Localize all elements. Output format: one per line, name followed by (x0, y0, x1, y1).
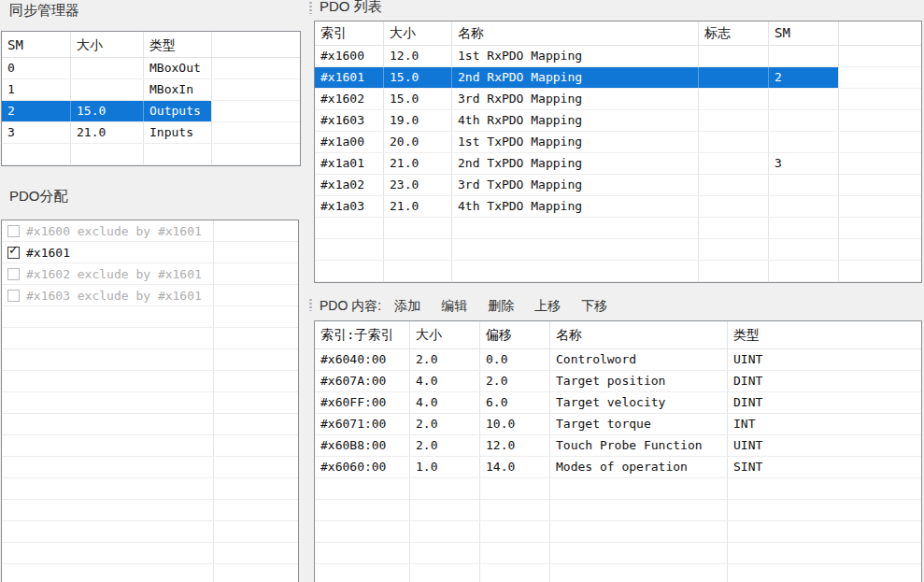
pdo-assign-item[interactable]: ✓ #x1601 (2, 242, 298, 263)
cell-name: Target torque (549, 414, 727, 434)
pdo-content-row[interactable]: #x607A:00 4.0 2.0 Target position DINT (315, 371, 921, 392)
cell-size: 23.0 (383, 175, 451, 195)
drag-grip-icon (309, 2, 312, 14)
pdo-list-row[interactable]: #x1603 19.0 4th RxPDO Mapping (315, 110, 921, 132)
cell-index-subindex: #x607A:00 (315, 371, 409, 391)
cell-sm (768, 175, 838, 195)
cell-name: Touch Probe Function (549, 435, 727, 456)
pdo-content-row[interactable]: #x6060:00 1.0 14.0 Modes of operation SI… (315, 457, 921, 478)
cell-offset: 12.0 (479, 435, 549, 456)
cell-sm (768, 46, 838, 66)
pdo-content-row[interactable]: #x6040:00 2.0 0.0 Controlword UINT (315, 349, 921, 371)
cell-size: 20.0 (383, 132, 451, 152)
cell-sm: 1 (2, 79, 70, 100)
pdo-content-actions: 添加编辑删除上移下移 (394, 298, 628, 313)
cell-sm: 2 (2, 101, 70, 121)
pdo-list-row[interactable]: #x1a01 21.0 2nd TxPDO Mapping 3 (315, 153, 921, 175)
empty-row (315, 564, 921, 582)
cell-index: #x1a00 (315, 132, 383, 152)
cell-type: DINT (727, 371, 921, 391)
cell-name: Target position (549, 371, 727, 391)
cell-name: 3rd RxPDO Mapping (451, 89, 698, 109)
cell-name: Controlword (549, 349, 727, 370)
toolbar-action-button[interactable]: 下移 (581, 297, 607, 314)
empty-row (2, 543, 298, 564)
sync-manager-row[interactable]: 0 MBoxOut (2, 58, 300, 79)
pdo-content-table: 索引:子索引 大小 偏移 名称 类型 #x6040:00 2.0 0.0 Con… (314, 320, 922, 582)
cell-sm (768, 196, 838, 217)
cell-sm (768, 110, 838, 131)
empty-row (2, 328, 298, 349)
pdo-list-row[interactable]: #x1a00 20.0 1st TxPDO Mapping (315, 132, 921, 153)
sync-manager-row[interactable]: 1 MBoxIn (2, 79, 300, 101)
pdo-list-row[interactable]: #x1601 15.0 2nd RxPDO Mapping 2 (315, 67, 921, 89)
cell-sm: 0 (2, 58, 70, 78)
pdo-list-title: PDO 列表 (320, 0, 382, 14)
cell-empty (838, 175, 921, 195)
cell-size: 21.0 (383, 153, 451, 174)
pdo-list-table: 索引 大小 名称 标志 SM #x1600 12.0 1st RxPDO Map… (314, 21, 922, 283)
pdo-list-row[interactable]: #x1a02 23.0 3rd TxPDO Mapping (315, 175, 921, 196)
cell-index-subindex: #x60B8:00 (315, 435, 409, 456)
column-header-size: 大小 (409, 321, 479, 348)
left-pane: 同步管理器 SM 大小 类型 0 MBoxOut (0, 0, 308, 582)
empty-row (315, 500, 921, 521)
toolbar-action-button[interactable]: 上移 (534, 297, 561, 314)
pdo-content-header-row: 索引:子索引 大小 偏移 名称 类型 (315, 321, 921, 349)
pdo-list-filler (315, 218, 921, 282)
pdo-list-row[interactable]: #x1a03 21.0 4th TxPDO Mapping (315, 196, 921, 218)
cell-size: 15.0 (383, 89, 451, 109)
sync-manager-row[interactable]: 3 21.0 Inputs (2, 122, 300, 144)
pdo-list-row[interactable]: #x1600 12.0 1st RxPDO Mapping (315, 46, 921, 67)
drag-grip-icon (309, 299, 312, 311)
pdo-content-row[interactable]: #x6071:00 2.0 10.0 Target torque INT (315, 414, 921, 435)
cell-index: #x1603 (315, 110, 383, 131)
cell-size: 12.0 (383, 46, 451, 66)
empty-row (315, 543, 921, 564)
cell-offset: 10.0 (479, 414, 549, 434)
pdo-content-row[interactable]: #x60B8:00 2.0 12.0 Touch Probe Function … (315, 435, 921, 457)
empty-row (2, 500, 298, 521)
pdo-content-row[interactable]: #x60FF:00 4.0 6.0 Target velocity DINT (315, 392, 921, 414)
cell-size: 21.0 (383, 196, 451, 217)
empty-row (2, 435, 298, 457)
pdo-assign-item-label: #x1602 exclude by #x1601 (26, 267, 202, 281)
toolbar-action-button[interactable]: 编辑 (441, 297, 467, 314)
cell-sm (768, 89, 838, 109)
column-header-empty (211, 32, 300, 57)
cell-index: #x1600 (315, 46, 383, 66)
cell-name: 4th TxPDO Mapping (451, 196, 698, 217)
pdo-list-row[interactable]: #x1602 15.0 3rd RxPDO Mapping (315, 89, 921, 110)
sync-manager-body: 0 MBoxOut 1 MBoxIn 2 15.0 (2, 58, 300, 144)
sync-manager-row[interactable]: 2 15.0 Outputs (2, 101, 300, 122)
toolbar-action-button[interactable]: 添加 (394, 297, 420, 314)
toolbar-action-button[interactable]: 删除 (488, 297, 514, 314)
cell-index: #x1601 (315, 67, 383, 88)
column-header-offset: 偏移 (479, 321, 549, 348)
cell-offset: 2.0 (479, 371, 549, 391)
cell-empty (211, 79, 300, 100)
empty-row (2, 306, 298, 328)
pdo-content-title: PDO 内容: (320, 298, 381, 313)
checkbox[interactable]: ✓ (7, 247, 20, 259)
empty-row (2, 349, 298, 371)
column-header-flags: 标志 (698, 21, 768, 45)
cell-size: 2.0 (409, 349, 479, 370)
cell-flags (698, 175, 768, 195)
cell-size: 2.0 (409, 435, 479, 456)
sync-manager-header-row: SM 大小 类型 (2, 32, 300, 58)
empty-row (315, 239, 921, 261)
cell-name: Target velocity (549, 392, 727, 413)
pdo-content-filler (315, 478, 921, 582)
cell-size: 1.0 (409, 457, 479, 477)
column-header-type: 类型 (727, 321, 921, 348)
cell-type: UINT (727, 435, 921, 456)
cell-index-subindex: #x6060:00 (315, 457, 409, 477)
cell-flags (698, 110, 768, 131)
cell-sm: 3 (768, 153, 838, 174)
cell-index-subindex: #x60FF:00 (315, 392, 409, 413)
cell-size (70, 58, 143, 78)
empty-row (315, 218, 921, 239)
pdo-assign-item-label: #x1601 (26, 246, 70, 260)
cell-flags (698, 67, 768, 88)
